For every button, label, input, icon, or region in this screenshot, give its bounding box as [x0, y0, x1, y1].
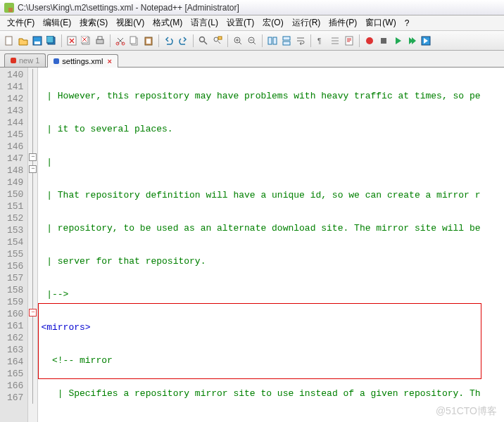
- menu-settings[interactable]: 设置(T): [222, 15, 258, 30]
- svg-rect-26: [346, 37, 353, 45]
- title-bar: C:\Users\King\.m2\settings.xml - Notepad…: [0, 0, 504, 15]
- menu-bar: 文件(F) 编辑(E) 搜索(S) 视图(V) 格式(M) 语言(L) 设置(T…: [0, 15, 504, 31]
- comment-text: | Specifies a repository mirror site to …: [52, 388, 481, 399]
- separator: [227, 34, 228, 47]
- tab-label: new 1: [19, 56, 39, 65]
- svg-rect-18: [218, 37, 222, 39]
- comment-text: <!-- mirror: [52, 355, 113, 366]
- comment-text: | server for that repository.: [41, 256, 206, 267]
- menu-macro[interactable]: 宏(O): [258, 15, 287, 30]
- sync-v-icon[interactable]: [266, 34, 279, 47]
- svg-rect-23: [283, 37, 290, 40]
- comment-text: | That repository definition will have a…: [41, 190, 480, 200]
- menu-window[interactable]: 窗口(W): [361, 15, 400, 30]
- tab-bar: new 1 settings.xml ×: [0, 51, 504, 68]
- show-all-icon[interactable]: ¶: [315, 34, 327, 47]
- svg-point-27: [366, 37, 373, 44]
- menu-format[interactable]: 格式(M): [149, 15, 187, 30]
- svg-rect-21: [268, 37, 272, 44]
- svg-rect-13: [130, 37, 136, 44]
- svg-point-17: [214, 37, 218, 41]
- xml-tag: <mirrors>: [41, 322, 90, 333]
- modified-icon: [11, 58, 16, 63]
- svg-point-16: [200, 37, 205, 41]
- fold-toggle[interactable]: −: [29, 153, 37, 161]
- comment-text: |: [41, 157, 52, 167]
- line-number-gutter: 1401411421431441451461471481491501511521…: [0, 68, 28, 422]
- app-icon: [4, 3, 14, 13]
- fold-toggle[interactable]: −: [29, 309, 37, 316]
- record-icon[interactable]: [363, 34, 376, 47]
- fold-margin: − − −: [28, 68, 38, 422]
- separator: [110, 34, 111, 47]
- separator: [193, 34, 194, 47]
- sync-h-icon[interactable]: [280, 34, 293, 47]
- separator: [61, 34, 62, 47]
- copy-icon[interactable]: [128, 34, 141, 47]
- separator: [310, 34, 311, 47]
- code-area[interactable]: | However, this repository may have prob…: [38, 68, 504, 422]
- replace-icon[interactable]: [211, 34, 224, 47]
- menu-plugins[interactable]: 插件(P): [325, 15, 361, 30]
- find-icon[interactable]: [197, 34, 210, 47]
- svg-rect-2: [34, 41, 40, 44]
- play-multi-icon[interactable]: [405, 34, 418, 47]
- paste-icon[interactable]: [142, 34, 155, 47]
- svg-rect-22: [273, 37, 277, 44]
- menu-search[interactable]: 搜索(S): [75, 15, 112, 30]
- save-macro-icon[interactable]: [420, 34, 432, 47]
- tab-settings[interactable]: settings.xml ×: [47, 54, 118, 68]
- comment-text: | it to several places.: [41, 124, 172, 134]
- close-tab-icon[interactable]: ×: [107, 57, 111, 65]
- stop-icon[interactable]: [377, 34, 390, 47]
- indent-guide-icon[interactable]: [329, 34, 341, 47]
- menu-help[interactable]: ?: [401, 17, 414, 30]
- close-icon[interactable]: [65, 34, 78, 47]
- menu-language[interactable]: 语言(L): [187, 15, 222, 30]
- svg-rect-9: [98, 37, 102, 39]
- window-title: C:\Users\King\.m2\settings.xml - Notepad…: [18, 3, 239, 13]
- svg-rect-0: [6, 37, 12, 45]
- svg-rect-15: [146, 39, 151, 44]
- menu-edit[interactable]: 编辑(E): [39, 15, 75, 30]
- play-icon[interactable]: [391, 34, 404, 47]
- svg-rect-28: [381, 38, 386, 44]
- fold-toggle[interactable]: −: [29, 165, 37, 173]
- doc-map-icon[interactable]: [343, 34, 355, 47]
- zoom-out-icon[interactable]: [246, 34, 258, 47]
- comment-text: | repository, to be used as an alternate…: [41, 223, 480, 234]
- wrap-icon[interactable]: [294, 34, 307, 47]
- saved-icon: [53, 58, 59, 64]
- redo-icon[interactable]: [177, 34, 189, 47]
- comment-text: | However, this repository may have prob…: [41, 91, 480, 101]
- separator: [158, 34, 159, 47]
- comment-text: |-->: [41, 289, 68, 300]
- undo-icon[interactable]: [163, 34, 175, 47]
- save-all-icon[interactable]: [45, 34, 58, 47]
- highlight-box: [38, 303, 481, 379]
- toolbar: ¶: [0, 31, 504, 51]
- save-icon[interactable]: [31, 34, 44, 47]
- svg-rect-24: [283, 41, 290, 45]
- zoom-in-icon[interactable]: [232, 34, 244, 47]
- menu-run[interactable]: 运行(R): [288, 15, 325, 30]
- watermark: @51CTO博客: [436, 405, 497, 418]
- svg-rect-4: [46, 36, 53, 43]
- separator: [359, 34, 360, 47]
- tab-label: settings.xml: [62, 57, 103, 65]
- open-file-icon[interactable]: [17, 34, 30, 47]
- menu-view[interactable]: 视图(V): [112, 15, 149, 30]
- close-all-icon[interactable]: [80, 34, 92, 47]
- svg-rect-8: [96, 39, 103, 44]
- separator: [262, 34, 263, 47]
- new-file-icon[interactable]: [3, 34, 15, 47]
- cut-icon[interactable]: [114, 34, 127, 47]
- editor-area[interactable]: 1401411421431441451461471481491501511521…: [0, 68, 504, 422]
- menu-file[interactable]: 文件(F): [3, 15, 39, 30]
- tab-new1[interactable]: new 1: [4, 53, 46, 67]
- print-icon[interactable]: [94, 34, 106, 47]
- svg-text:¶: ¶: [317, 37, 321, 45]
